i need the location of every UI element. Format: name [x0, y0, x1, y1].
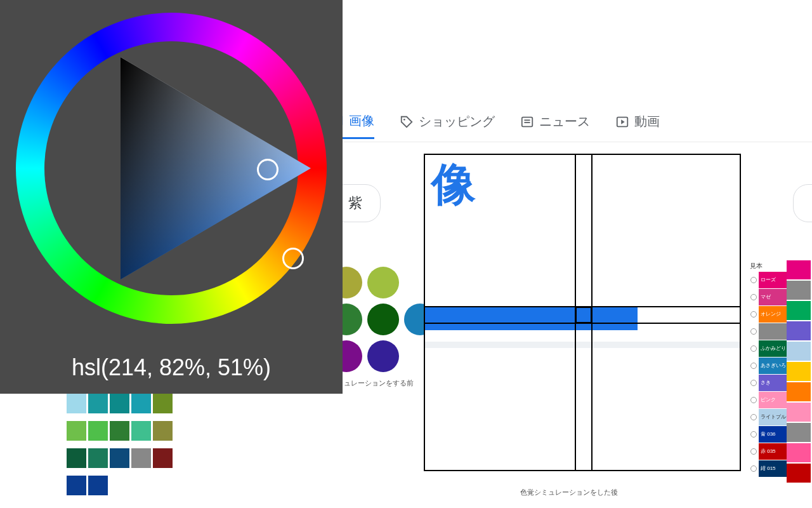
color-value-readout: hsl(214, 82%, 51%): [0, 354, 343, 381]
magnifier-caption: 色覚シミュレーションをした後: [520, 488, 618, 508]
tab-shopping[interactable]: ショッピング: [400, 113, 495, 138]
result-swatch-grid[interactable]: [787, 260, 812, 483]
magnified-divider: [425, 342, 740, 348]
play-icon: [615, 115, 629, 129]
tab-video[interactable]: 動画: [615, 113, 660, 138]
sv-triangle[interactable]: [102, 57, 317, 279]
tab-label: 画像: [349, 112, 374, 130]
svg-point-2: [403, 118, 405, 120]
tag-icon: [400, 115, 414, 129]
sv-handle[interactable]: [257, 159, 278, 180]
magnifier-content: 像: [425, 155, 740, 470]
magnified-glyph: 像: [431, 155, 471, 215]
chip-partial[interactable]: [793, 184, 812, 222]
news-icon: [520, 115, 534, 129]
svg-marker-8: [121, 57, 311, 279]
result-palette-grid[interactable]: [67, 394, 178, 503]
tab-label: 動画: [634, 113, 660, 130]
chip-label: 紫: [348, 195, 362, 211]
magnified-tab-underline: [425, 307, 638, 330]
pixel-magnifier[interactable]: 像: [424, 154, 741, 471]
tab-label: ショッピング: [419, 113, 495, 130]
crosshair-center: [575, 306, 593, 324]
color-picker-panel: hsl(214, 82%, 51%): [0, 0, 343, 394]
tab-news[interactable]: ニュース: [520, 113, 590, 138]
tab-label: ニュース: [539, 113, 590, 130]
color-wheel[interactable]: [16, 13, 327, 324]
hue-handle[interactable]: [282, 248, 304, 269]
